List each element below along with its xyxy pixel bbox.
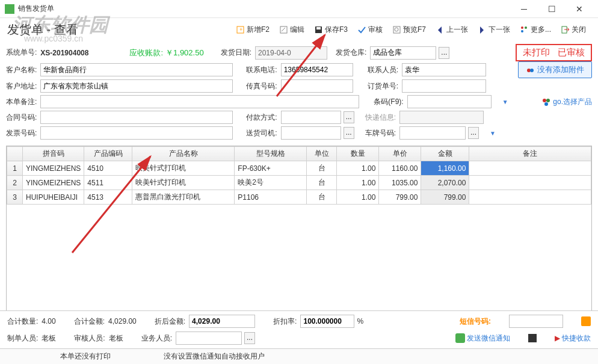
col-spec[interactable]: 型号规格: [235, 147, 307, 161]
status-left: 本单还没有打印: [7, 351, 164, 362]
receivable-label: 应收账款:: [129, 48, 163, 58]
col-pinyin[interactable]: 拼音码: [23, 147, 84, 161]
express-input: [399, 111, 484, 124]
phone-input[interactable]: [281, 63, 353, 76]
wechat-notify-button[interactable]: 发送微信通知: [455, 333, 510, 344]
driver-label: 送货司机:: [246, 128, 278, 138]
address-input[interactable]: [40, 79, 233, 93]
memo-input[interactable]: [40, 95, 359, 108]
contact-input[interactable]: [402, 63, 486, 76]
svg-rect-2: [280, 26, 287, 33]
col-unit[interactable]: 单位: [307, 147, 337, 161]
fax-label: 传真号码:: [246, 81, 278, 91]
prev-button[interactable]: 上一张: [431, 22, 473, 37]
phone-label: 联系电话:: [246, 65, 278, 75]
product-icon: [542, 97, 551, 106]
memo-label: 本单备注:: [6, 97, 38, 107]
svg-point-9: [521, 30, 523, 32]
barcode-input[interactable]: [407, 95, 492, 108]
plate-picker[interactable]: ...: [468, 127, 479, 139]
after-discount-input[interactable]: [189, 315, 255, 328]
svg-point-15: [544, 102, 548, 106]
warehouse-input[interactable]: [370, 46, 436, 60]
maximize-button[interactable]: ☐: [538, 0, 566, 18]
order-no-input[interactable]: [402, 79, 486, 93]
driver-picker[interactable]: ...: [344, 127, 354, 139]
new-icon: +: [236, 25, 245, 34]
app-icon: [5, 4, 14, 14]
svg-point-12: [530, 69, 534, 72]
contract-input[interactable]: [40, 111, 233, 124]
plate-input[interactable]: [399, 126, 466, 140]
invoice-label: 发票号码:: [6, 128, 38, 138]
contract-label: 合同号码:: [6, 113, 38, 123]
col-qty[interactable]: 数量: [337, 147, 379, 161]
minimize-button[interactable]: ─: [510, 0, 538, 18]
audit-button[interactable]: 审核: [353, 22, 387, 37]
after-discount-label: 折后金额:: [155, 316, 186, 327]
ship-date-input[interactable]: [255, 46, 327, 60]
next-button[interactable]: 下一张: [473, 22, 515, 37]
svg-text:+: +: [239, 26, 242, 32]
invoice-input[interactable]: [40, 126, 233, 140]
no-attachment-button[interactable]: 没有添加附件: [518, 61, 592, 78]
customer-input[interactable]: [40, 63, 233, 76]
maker-label: 制单人员:: [7, 333, 39, 344]
note-icon[interactable]: [528, 334, 537, 342]
product-grid: 拼音码 产品编码 产品名称 型号规格 单位 数量 单价 金额 备注 1YINGM…: [6, 146, 592, 332]
col-name[interactable]: 产品名称: [132, 147, 235, 161]
preview-button[interactable]: 预览F7: [387, 22, 431, 37]
customer-label: 客户名称:: [6, 65, 38, 75]
pay-method-input[interactable]: [281, 111, 341, 124]
close-window-button[interactable]: ✕: [566, 0, 593, 18]
express-label: 快递信息:: [365, 113, 397, 123]
sms-input[interactable]: [509, 315, 563, 328]
biz-person-label: 业务人员:: [141, 333, 173, 344]
discount-label: 折扣率:: [273, 316, 298, 327]
pay-method-label: 付款方式:: [246, 113, 278, 123]
next-icon: [478, 25, 487, 34]
table-row[interactable]: 1YINGMEIZHENS4510映美针式打印机FP-630K+台1.00116…: [7, 161, 591, 176]
order-no-label: 订货单号:: [368, 81, 399, 91]
ship-date-label: 发货日期:: [221, 48, 253, 58]
biz-person-input[interactable]: [176, 332, 242, 345]
svg-point-13: [543, 99, 546, 102]
col-code[interactable]: 产品编码: [84, 147, 132, 161]
rss-icon[interactable]: [581, 316, 591, 326]
edit-icon: [279, 25, 288, 34]
svg-rect-4: [316, 27, 321, 29]
more-button[interactable]: 更多...: [515, 22, 556, 37]
col-price[interactable]: 单价: [379, 147, 421, 161]
address-label: 客户地址:: [6, 81, 38, 91]
col-rownum: [7, 147, 23, 161]
discount-input[interactable]: [300, 315, 354, 328]
fax-input[interactable]: [281, 79, 353, 93]
expand-toggle-1[interactable]: ▼: [502, 99, 508, 105]
flag-icon: ▶: [555, 334, 560, 342]
total-qty-label: 合计数量:: [7, 316, 39, 327]
svg-point-7: [521, 26, 523, 29]
col-remark[interactable]: 备注: [469, 147, 591, 161]
maker: 老板: [42, 333, 56, 344]
pay-method-picker[interactable]: ...: [344, 111, 354, 123]
status-box: 未打印 已审核: [516, 44, 592, 61]
new-button[interactable]: +新增F2: [231, 22, 274, 37]
table-row[interactable]: 3HUIPUHEIBAIJI4513惠普黑白激光打印机P1106台1.00799…: [7, 190, 591, 205]
expand-toggle-2[interactable]: ▼: [490, 130, 496, 137]
plate-label: 车牌号码:: [365, 128, 397, 138]
driver-input[interactable]: [281, 126, 341, 140]
save-button[interactable]: 保存F3: [309, 22, 353, 37]
quick-collect-button[interactable]: ▶快捷收款: [555, 333, 591, 344]
col-amount[interactable]: 金额: [421, 147, 469, 161]
preview-icon: [392, 25, 401, 34]
table-row[interactable]: 2YINGMEIZHENS4511映美针式打印机映美2号台1.001035.00…: [7, 176, 591, 190]
page-title: 发货单 - 查看: [7, 22, 78, 38]
auditor-label: 审核人员:: [74, 333, 106, 344]
select-product-link[interactable]: go.选择产品: [542, 97, 592, 107]
close-button[interactable]: 关闭: [556, 22, 591, 37]
warehouse-label: 发货仓库:: [336, 48, 368, 58]
biz-person-picker[interactable]: ...: [244, 332, 255, 344]
warehouse-picker[interactable]: ...: [439, 47, 449, 59]
total-qty: 4.00: [42, 317, 55, 325]
edit-button[interactable]: 编辑: [274, 22, 309, 37]
